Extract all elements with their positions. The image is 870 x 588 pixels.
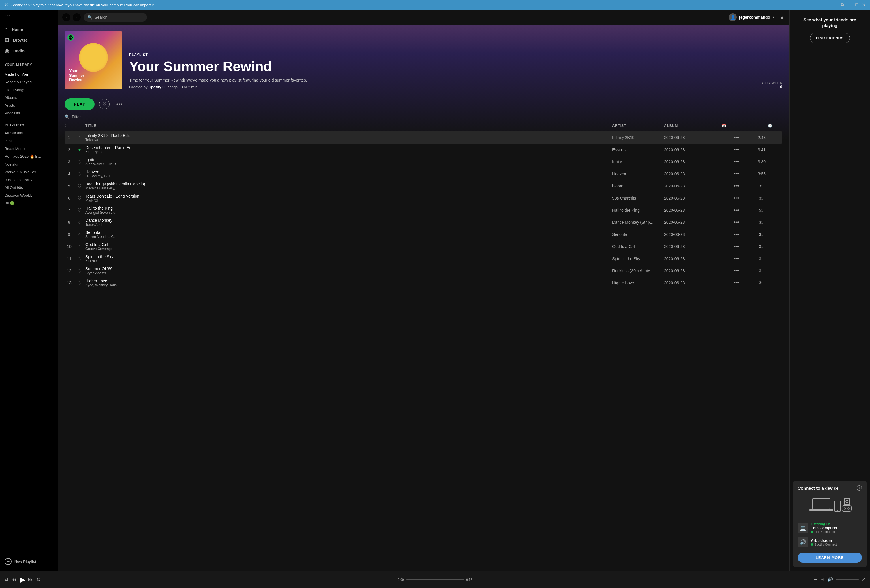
device-item-computer[interactable]: 💻 Listening On This Computer This Comput…	[798, 521, 862, 535]
browse-icon: ⊞	[4, 37, 9, 43]
track-like-btn[interactable]: ♥	[74, 147, 85, 152]
volume-icon[interactable]: 🔊	[827, 577, 833, 582]
track-row[interactable]: 10 ♡ God Is a Girl Groove Coverage God I…	[65, 241, 782, 253]
track-row[interactable]: 5 ♡ Bad Things (with Camila Cabello) Mac…	[65, 180, 782, 192]
track-row[interactable]: 9 ♡ Señorita Shawn Mendes, Ca... Señorit…	[65, 228, 782, 241]
play-button[interactable]: PLAY	[65, 98, 95, 110]
sidebar-item-browse[interactable]: ⊞ Browse	[0, 34, 58, 46]
track-more-btn[interactable]: •••	[722, 147, 751, 153]
track-row[interactable]: 11 ♡ Spirit in the Sky KEiiNO Spirit in …	[65, 253, 782, 265]
back-button[interactable]: ‹	[62, 13, 70, 21]
track-artist: Groove Coverage	[85, 247, 612, 251]
sidebar-link-made-for-you[interactable]: Made For You	[0, 70, 58, 78]
playlist-link-all-out-80s[interactable]: All Out 80s	[0, 129, 58, 137]
playlist-link-mint[interactable]: mint	[0, 137, 58, 145]
track-more-btn[interactable]: •••	[722, 135, 751, 141]
track-more-btn[interactable]: •••	[722, 268, 751, 274]
track-artist: Machine Gun Kelly, ...	[85, 186, 612, 191]
play-pause-icon[interactable]: ▶	[20, 576, 25, 584]
minimize-btn[interactable]: —	[847, 2, 852, 8]
sidebar-link-liked-songs[interactable]: Liked Songs	[0, 86, 58, 94]
sidebar-item-radio[interactable]: ◉ Radio	[0, 46, 58, 57]
maximize-btn[interactable]: □	[855, 2, 858, 8]
track-more-btn[interactable]: •••	[722, 195, 751, 201]
playlist-link-90s-dance[interactable]: 90s Dance Party	[0, 176, 58, 184]
track-row[interactable]: 8 ♡ Dance Monkey Tones And I Dance Monke…	[65, 216, 782, 228]
track-like-btn[interactable]: ♡	[74, 256, 85, 262]
track-row[interactable]: 3 ♡ Ignite Alan Walker, Julie B... Ignit…	[65, 156, 782, 168]
sidebar-link-podcasts[interactable]: Podcasts	[0, 109, 58, 117]
sidebar-link-albums[interactable]: Albums	[0, 94, 58, 101]
track-like-btn[interactable]: ♡	[74, 244, 85, 249]
window-icon-btn[interactable]: ⧉	[840, 2, 844, 8]
prev-track-icon[interactable]: ⏮	[11, 576, 17, 583]
creator-name[interactable]: Spotify	[149, 85, 161, 89]
track-more-btn[interactable]: •••	[722, 183, 751, 189]
sidebar-link-recently-played[interactable]: Recently Played	[0, 78, 58, 86]
track-more-btn[interactable]: •••	[722, 171, 751, 177]
playlist-link-discover-weekly[interactable]: Discover Weekly	[0, 192, 58, 199]
track-row[interactable]: 4 ♡ Heaven DJ Sammy, D/O Heaven 2020-06-…	[65, 168, 782, 180]
info-icon[interactable]: i	[857, 485, 862, 491]
track-more-btn[interactable]: •••	[722, 219, 751, 226]
track-row[interactable]: 12 ♡ Summer Of '69 Bryan Adams Reckless …	[65, 265, 782, 277]
track-row[interactable]: 1 ♡ Infinity 2K19 - Radio Edit Teknova I…	[65, 131, 782, 144]
track-like-btn[interactable]: ♡	[74, 195, 85, 201]
more-options-button[interactable]: •••	[114, 99, 125, 109]
track-like-btn[interactable]: ♡	[74, 171, 85, 177]
track-like-btn[interactable]: ♡	[74, 183, 85, 189]
collapse-panel-btn[interactable]: ▲	[779, 15, 785, 21]
playlist-link-beast-mode[interactable]: Beast Mode	[0, 145, 58, 153]
forward-button[interactable]: ›	[73, 13, 81, 21]
fullscreen-icon[interactable]: ⤢	[862, 577, 866, 582]
track-row[interactable]: 13 ♡ Higher Love Kygo, Whitney Hous... H…	[65, 277, 782, 289]
track-title: Bad Things (with Camila Cabello)	[85, 182, 612, 186]
like-button[interactable]: ♡	[99, 99, 110, 109]
track-more-btn[interactable]: •••	[722, 256, 751, 262]
notification-close-btn[interactable]: ✕	[4, 2, 8, 8]
find-friends-button[interactable]: FIND FRIENDS	[810, 33, 850, 43]
track-number: 6	[65, 196, 74, 200]
queue-icon[interactable]: ☰	[813, 577, 818, 582]
sidebar-item-home[interactable]: ⌂ Home	[0, 24, 58, 34]
menu-icon[interactable]: • • •	[4, 14, 10, 18]
track-like-btn[interactable]: ♡	[74, 208, 85, 213]
track-like-btn[interactable]: ♡	[74, 135, 85, 140]
volume-bar[interactable]	[836, 579, 859, 580]
track-like-btn[interactable]: ♡	[74, 220, 85, 225]
track-duration: 3:...	[751, 232, 768, 237]
track-album: Heaven	[612, 171, 664, 176]
shuffle-icon[interactable]: ⇄	[4, 577, 8, 582]
track-row[interactable]: 6 ♡ Tears Don't Lie - Long Version Mark …	[65, 192, 782, 204]
track-like-btn[interactable]: ♡	[74, 232, 85, 237]
track-like-btn[interactable]: ♡	[74, 280, 85, 286]
track-row[interactable]: 2 ♥ Désenchantée - Radio Edit Kate Ryan …	[65, 144, 782, 156]
devices-icon[interactable]: ⊟	[821, 577, 824, 582]
sidebar-link-artists[interactable]: Artists	[0, 101, 58, 109]
device-item-arbeidsrom[interactable]: 🔊 Arbeidsrom Spotify Connect	[798, 535, 862, 549]
track-like-btn[interactable]: ♡	[74, 159, 85, 165]
user-area[interactable]: 👤 jegerkommando ▾	[729, 13, 774, 21]
track-more-btn[interactable]: •••	[722, 159, 751, 165]
playlist-link-workout[interactable]: Workout Music Ser...	[0, 168, 58, 176]
close-btn-window[interactable]: ✕	[862, 2, 866, 8]
playlist-link-nostalgi[interactable]: Nostalgi	[0, 160, 58, 168]
playlist-link-remixes[interactable]: Remixes 2020 🔥 B...	[0, 153, 58, 160]
learn-more-button[interactable]: LEARN MORE	[798, 552, 862, 563]
playlist-link-bil[interactable]: Bil 🟢	[0, 199, 58, 207]
filter-input[interactable]	[72, 115, 122, 119]
playlist-link-all-out-90s[interactable]: All Out 90s	[0, 184, 58, 192]
track-row[interactable]: 7 ♡ Hail to the King Avenged Sevenfold H…	[65, 204, 782, 216]
track-more-btn[interactable]: •••	[722, 244, 751, 250]
track-more-btn[interactable]: •••	[722, 207, 751, 213]
track-like-btn[interactable]: ♡	[74, 268, 85, 274]
search-input[interactable]	[95, 15, 143, 19]
progress-bar[interactable]	[406, 579, 464, 580]
track-number: 2	[65, 147, 74, 152]
player-bar: ⇄ ⏮ ▶ ⏭ ↻ 0:00 0:17 ☰ ⊟ 🔊 ⤢	[0, 571, 870, 588]
repeat-icon[interactable]: ↻	[37, 577, 40, 582]
track-more-btn[interactable]: •••	[722, 232, 751, 238]
new-playlist-button[interactable]: + New Playlist	[0, 555, 58, 568]
track-more-btn[interactable]: •••	[722, 280, 751, 286]
next-track-icon[interactable]: ⏭	[28, 576, 34, 583]
